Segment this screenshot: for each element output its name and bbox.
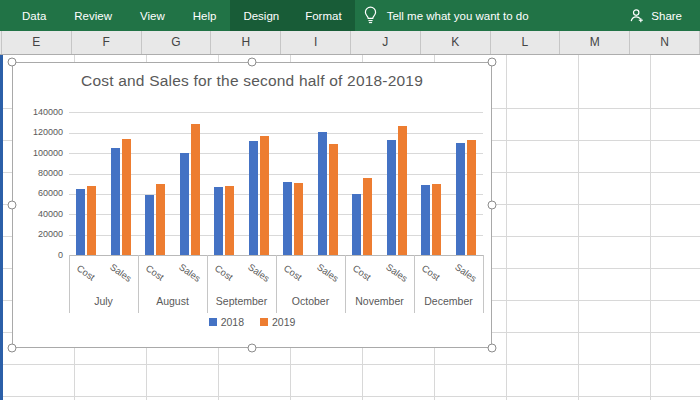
ribbon-tab-review[interactable]: Review	[60, 0, 126, 31]
tell-me-box[interactable]: Tell me what you want to do	[363, 0, 529, 31]
y-axis-tick-label: 120000	[13, 127, 63, 138]
bar-2018-september-cost[interactable]	[214, 187, 223, 255]
ribbon-tab-format[interactable]: Format	[292, 0, 354, 31]
chart-gridline	[69, 112, 483, 113]
column-header-g[interactable]: G	[142, 31, 212, 54]
share-person-icon	[629, 8, 645, 24]
bar-2018-october-cost[interactable]	[283, 182, 292, 255]
bar-2019-december-sales[interactable]	[467, 140, 476, 255]
chart-gridline	[69, 174, 483, 175]
chart-selection-handle[interactable]	[8, 58, 17, 67]
bar-2019-november-sales[interactable]	[398, 126, 407, 255]
y-axis-tick-label: 140000	[13, 107, 63, 118]
y-axis-tick-label: 60000	[13, 188, 63, 199]
bar-2019-september-sales[interactable]	[260, 136, 269, 255]
tell-me-label: Tell me what you want to do	[387, 10, 529, 22]
column-header-m[interactable]: M	[560, 31, 630, 54]
column-header-j[interactable]: J	[351, 31, 421, 54]
ribbon-contextual-tabs: DesignFormat	[230, 0, 354, 31]
chart-gridline	[69, 153, 483, 154]
chart-selection-handle[interactable]	[488, 344, 497, 353]
bar-2018-july-cost[interactable]	[76, 189, 85, 255]
y-axis-tick-label: 40000	[13, 209, 63, 220]
bar-2019-august-cost[interactable]	[156, 184, 165, 255]
chart-selection-handle[interactable]	[248, 344, 257, 353]
ribbon-tab-bar: DataReviewViewHelp DesignFormat Tell me …	[0, 0, 700, 31]
x-axis-group-label: November	[345, 295, 414, 307]
ribbon-tab-design[interactable]: Design	[230, 0, 292, 31]
ribbon-tab-view[interactable]: View	[126, 0, 179, 31]
bar-2019-september-cost[interactable]	[225, 186, 234, 255]
bar-2019-december-cost[interactable]	[432, 184, 441, 255]
bar-2018-october-sales[interactable]	[318, 132, 327, 255]
sheet-gridline-vertical	[650, 55, 651, 400]
column-header-k[interactable]: K	[421, 31, 491, 54]
bar-2019-july-sales[interactable]	[122, 139, 131, 255]
y-axis-tick-label: 80000	[13, 168, 63, 179]
y-axis-tick-label: 100000	[13, 148, 63, 159]
x-axis-group-label: October	[276, 295, 345, 307]
excel-window: { "ribbon": { "tabs": ["Data", "Review",…	[0, 0, 700, 400]
lightbulb-icon	[363, 6, 378, 25]
chart-selection-handle[interactable]	[8, 344, 17, 353]
ribbon-tab-data[interactable]: Data	[8, 0, 60, 31]
ribbon-tab-help[interactable]: Help	[179, 0, 231, 31]
column-header-h[interactable]: H	[211, 31, 281, 54]
bar-2019-october-cost[interactable]	[294, 183, 303, 255]
chart-selection-handle[interactable]	[488, 58, 497, 67]
bar-2019-october-sales[interactable]	[329, 144, 338, 255]
bar-2018-december-sales[interactable]	[456, 143, 465, 255]
bar-2018-november-sales[interactable]	[387, 140, 396, 255]
share-button[interactable]: Share	[629, 0, 682, 31]
x-axis-group-label: August	[138, 295, 207, 307]
chart-selection-handle[interactable]	[8, 201, 17, 210]
column-header-l[interactable]: L	[491, 31, 561, 54]
bar-2019-august-sales[interactable]	[191, 124, 200, 256]
sheet-gridline-vertical	[578, 55, 579, 400]
bar-2018-august-sales[interactable]	[180, 153, 189, 255]
ribbon-main-tabs: DataReviewViewHelp	[0, 0, 230, 31]
legend-item-2019[interactable]: 2019	[260, 316, 295, 328]
bar-2018-november-cost[interactable]	[352, 194, 361, 255]
bar-2018-december-cost[interactable]	[421, 185, 430, 255]
legend-label: 2019	[272, 316, 295, 328]
chart-legend[interactable]: 20182019	[13, 316, 491, 328]
sheet-gridline-horizontal	[0, 364, 700, 365]
column-header-i[interactable]: I	[281, 31, 351, 54]
column-header-row: EFGHIJKLMN	[0, 31, 700, 55]
bar-2019-july-cost[interactable]	[87, 186, 96, 255]
column-header-n[interactable]: N	[630, 31, 700, 54]
legend-swatch-icon	[260, 318, 268, 326]
sheet-gridline-vertical	[506, 55, 507, 400]
bar-2018-august-cost[interactable]	[145, 195, 154, 255]
chart-gridline	[69, 133, 483, 134]
x-axis-group-label: July	[69, 295, 138, 307]
chart-selection-handle[interactable]	[488, 201, 497, 210]
legend-swatch-icon	[209, 318, 217, 326]
x-axis-group-label: September	[207, 295, 276, 307]
pane-selection-strip	[0, 55, 3, 400]
share-label: Share	[651, 10, 682, 22]
bar-2019-november-cost[interactable]	[363, 178, 372, 256]
column-header-f[interactable]: F	[72, 31, 142, 54]
legend-label: 2018	[221, 316, 244, 328]
chart-selection-handle[interactable]	[248, 58, 257, 67]
bar-2018-september-sales[interactable]	[249, 141, 258, 255]
chart-object[interactable]: Cost and Sales for the second half of 20…	[12, 62, 492, 348]
sheet-gridline-horizontal	[0, 396, 700, 397]
y-axis-tick-label: 0	[13, 250, 63, 261]
x-axis-group-label: December	[414, 295, 483, 307]
bar-2018-july-sales[interactable]	[111, 148, 120, 255]
y-axis-tick-label: 20000	[13, 229, 63, 240]
chart-title[interactable]: Cost and Sales for the second half of 20…	[13, 72, 491, 90]
column-header-e[interactable]: E	[2, 31, 72, 54]
legend-item-2018[interactable]: 2018	[209, 316, 244, 328]
